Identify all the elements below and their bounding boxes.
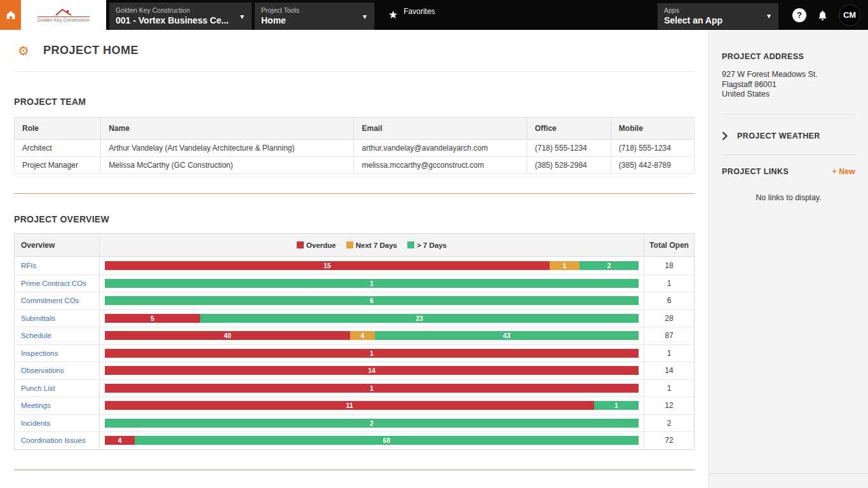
- legend-label: Next 7 Days: [356, 241, 397, 249]
- project-overview-heading: PROJECT OVERVIEW: [14, 214, 695, 224]
- table-row: ArchitectArthur Vandelay (Art Vandelay A…: [15, 140, 695, 157]
- new-link-button[interactable]: + New: [832, 167, 855, 176]
- bar-segment[interactable]: 1: [594, 401, 639, 410]
- sidebar-divider: [722, 114, 855, 114]
- right-sidebar: PROJECT ADDRESS 927 W Forest Meadows St.…: [709, 30, 868, 488]
- table-row: Project ManagerMelissa McCarthy (GC Cons…: [15, 157, 695, 174]
- team-col-role: Role: [15, 118, 101, 140]
- overview-row: RFIs151218: [15, 257, 694, 274]
- legend-label: > 7 Days: [417, 241, 447, 249]
- overview-bar-cell: 1: [99, 275, 644, 292]
- legend-item: Next 7 Days: [346, 241, 397, 249]
- overview-row: Inspections11: [15, 344, 694, 362]
- bar-segment[interactable]: 6: [105, 296, 639, 305]
- chevron-right-icon: [722, 132, 728, 140]
- table-cell: Arthur Vandelay (Art Vandelay Architectu…: [101, 140, 354, 157]
- company-selector-label: Golden Key Construction: [116, 6, 229, 15]
- total-open-value: 2: [644, 415, 694, 432]
- legend-swatch-icon: [297, 241, 304, 248]
- stacked-bar: 111: [105, 401, 639, 410]
- overview-row-label-cell: Schedule: [15, 327, 99, 344]
- favorites-button[interactable]: ★ Favorites: [388, 0, 435, 30]
- project-team-table: Role Name Email Office Mobile ArchitectA…: [14, 117, 695, 174]
- overview-col-header: Overview: [15, 241, 99, 250]
- chevron-down-icon: ▾: [363, 12, 367, 21]
- overview-row-link[interactable]: RFIs: [21, 262, 36, 269]
- overview-table-header: Overview OverdueNext 7 Days> 7 Days Tota…: [15, 234, 694, 257]
- help-icon[interactable]: ?: [792, 8, 806, 22]
- table-cell: Project Manager: [15, 157, 101, 174]
- links-empty-text: No links to display.: [722, 193, 855, 202]
- gear-icon[interactable]: ⚙: [18, 43, 29, 58]
- stacked-bar: 1: [105, 384, 639, 393]
- project-weather-heading: PROJECT WEATHER: [737, 132, 820, 140]
- company-logo[interactable]: Golden Key Construction: [21, 0, 106, 30]
- bar-segment[interactable]: 5: [105, 314, 200, 323]
- chevron-down-icon: ▾: [767, 11, 771, 20]
- overview-row: Meetings11112: [15, 396, 694, 414]
- bar-segment[interactable]: 68: [135, 436, 639, 445]
- bar-segment[interactable]: 14: [105, 366, 639, 375]
- app-window: Golden Key Construction Golden Key Const…: [0, 0, 868, 488]
- bar-segment[interactable]: 4: [105, 436, 135, 445]
- address-line: Flagstaff 86001: [722, 80, 855, 90]
- overview-row: Coordination Issues46872: [15, 431, 694, 449]
- project-links-heading: PROJECT LINKS: [722, 167, 789, 176]
- page-title-row: ⚙ PROJECT HOME: [14, 30, 695, 72]
- project-weather-toggle[interactable]: PROJECT WEATHER: [722, 132, 855, 140]
- sidebar-divider: [722, 154, 855, 155]
- stacked-bar: 6: [105, 296, 639, 305]
- team-col-name: Name: [101, 118, 354, 140]
- overview-row-link[interactable]: Coordination Issues: [21, 437, 86, 444]
- bar-segment[interactable]: 43: [375, 331, 639, 340]
- page-title: PROJECT HOME: [43, 44, 139, 57]
- table-cell: arthur.vandelay@avandelayarch.com: [354, 140, 527, 157]
- overview-row-link[interactable]: Submittals: [21, 315, 55, 322]
- overview-row-link[interactable]: Punch List: [21, 384, 55, 392]
- stacked-bar: 468: [105, 436, 639, 445]
- user-avatar[interactable]: CM: [839, 4, 860, 26]
- navbar-right: Apps Select an App ▾ ? CM: [654, 0, 868, 30]
- bar-segment[interactable]: 4: [350, 331, 375, 340]
- apps-selector[interactable]: Apps Select an App ▾: [658, 3, 778, 30]
- overview-row-link[interactable]: Prime Contract COs: [21, 280, 86, 287]
- overview-row-link[interactable]: Meetings: [21, 402, 51, 409]
- bar-segment[interactable]: 11: [105, 401, 594, 410]
- bar-segment[interactable]: 1: [550, 261, 580, 270]
- bar-segment[interactable]: 1: [105, 349, 639, 358]
- overview-row: Prime Contract COs11: [15, 274, 694, 292]
- overview-row-label-cell: Prime Contract COs: [15, 275, 99, 292]
- bar-segment[interactable]: 40: [105, 331, 350, 340]
- home-icon: [5, 10, 17, 20]
- legend-item: Overdue: [297, 241, 336, 249]
- legend-swatch-icon: [407, 241, 414, 248]
- notifications-button[interactable]: [817, 10, 828, 21]
- overview-row-label-cell: RFIs: [15, 257, 99, 274]
- bar-segment[interactable]: 1: [105, 384, 639, 393]
- table-cell: melissa.mccarthy@gcconstruct.com: [354, 157, 527, 174]
- overview-bar-cell: 40443: [99, 327, 644, 344]
- bar-segment[interactable]: 1: [105, 279, 639, 288]
- overview-row-link[interactable]: Schedule: [21, 332, 51, 339]
- bar-segment[interactable]: 23: [200, 314, 639, 323]
- total-open-value: 1: [644, 345, 694, 362]
- overview-bar-cell: 1: [99, 345, 644, 362]
- bar-segment[interactable]: 15: [105, 261, 550, 270]
- chevron-down-icon: ▾: [240, 12, 244, 21]
- total-open-value: 72: [644, 432, 694, 449]
- bar-segment[interactable]: 2: [105, 419, 639, 428]
- project-tools-selector[interactable]: Project Tools Home ▾: [255, 3, 374, 30]
- overview-row-label-cell: Incidents: [15, 415, 99, 432]
- home-button[interactable]: [0, 0, 21, 30]
- overview-bar-cell: 523: [99, 310, 644, 327]
- sidebar-divider: [709, 473, 868, 474]
- bar-segment[interactable]: 2: [580, 261, 639, 270]
- overview-row-link[interactable]: Observations: [21, 367, 64, 374]
- tools-selector-label: Project Tools: [261, 6, 351, 15]
- overview-row-link[interactable]: Incidents: [21, 419, 50, 427]
- navbar-spacer: [435, 0, 654, 30]
- company-project-selector[interactable]: Golden Key Construction 001 - Vortex Bus…: [109, 3, 252, 30]
- overview-row-link[interactable]: Commitment COs: [21, 297, 79, 304]
- overview-row-link[interactable]: Inspections: [21, 349, 58, 357]
- total-open-value: 1: [644, 275, 694, 292]
